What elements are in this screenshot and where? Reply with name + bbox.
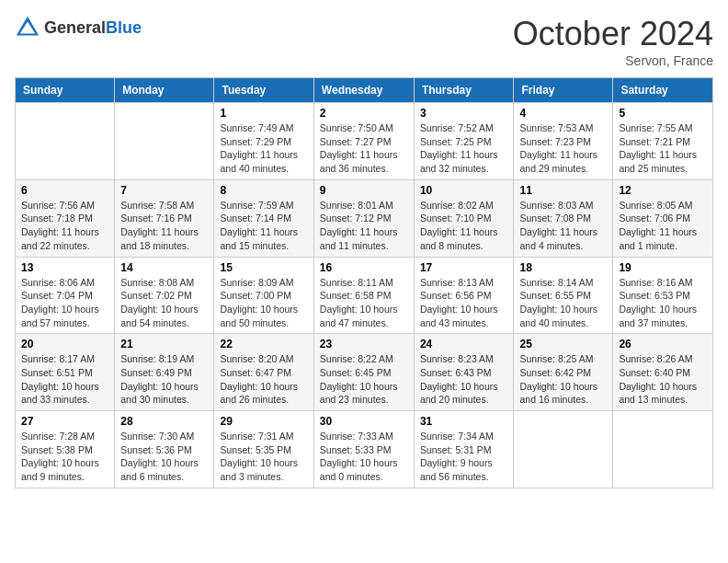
logo: GeneralBlue xyxy=(15,15,142,40)
day-info: Sunrise: 7:59 AM Sunset: 7:14 PM Dayligh… xyxy=(220,199,307,253)
day-info: Sunrise: 8:23 AM Sunset: 6:43 PM Dayligh… xyxy=(420,352,508,407)
calendar-cell xyxy=(115,103,214,180)
day-info: Sunrise: 8:05 AM Sunset: 7:06 PM Dayligh… xyxy=(619,199,707,253)
calendar-cell xyxy=(514,411,613,488)
day-number: 20 xyxy=(21,338,108,350)
calendar-cell: 2Sunrise: 7:50 AM Sunset: 7:27 PM Daylig… xyxy=(313,103,414,180)
day-info: Sunrise: 7:55 AM Sunset: 7:21 PM Dayligh… xyxy=(619,121,707,176)
day-number: 28 xyxy=(120,415,208,428)
day-number: 18 xyxy=(519,261,607,274)
day-number: 9 xyxy=(320,184,408,197)
calendar-cell: 15Sunrise: 8:09 AM Sunset: 7:00 PM Dayli… xyxy=(214,257,313,334)
day-number: 7 xyxy=(120,184,208,197)
logo-icon xyxy=(15,15,40,40)
calendar-cell: 6Sunrise: 7:56 AM Sunset: 7:18 PM Daylig… xyxy=(16,179,115,257)
day-number: 17 xyxy=(420,261,508,274)
calendar-cell: 20Sunrise: 8:17 AM Sunset: 6:51 PM Dayli… xyxy=(16,334,115,411)
calendar-cell: 1Sunrise: 7:49 AM Sunset: 7:29 PM Daylig… xyxy=(214,103,313,180)
day-number: 22 xyxy=(220,338,307,350)
calendar-cell: 31Sunrise: 7:34 AM Sunset: 5:31 PM Dayli… xyxy=(414,411,514,488)
day-info: Sunrise: 8:22 AM Sunset: 6:45 PM Dayligh… xyxy=(320,352,408,407)
week-row-3: 13Sunrise: 8:06 AM Sunset: 7:04 PM Dayli… xyxy=(16,257,713,334)
calendar-cell: 26Sunrise: 8:26 AM Sunset: 6:40 PM Dayli… xyxy=(613,334,713,411)
logo-text-blue: Blue xyxy=(106,18,142,37)
day-info: Sunrise: 8:19 AM Sunset: 6:49 PM Dayligh… xyxy=(120,352,208,407)
calendar-cell: 30Sunrise: 7:33 AM Sunset: 5:33 PM Dayli… xyxy=(313,411,414,488)
calendar-cell: 4Sunrise: 7:53 AM Sunset: 7:23 PM Daylig… xyxy=(514,103,613,180)
calendar-cell: 12Sunrise: 8:05 AM Sunset: 7:06 PM Dayli… xyxy=(613,179,713,257)
day-number: 2 xyxy=(320,107,408,120)
page-header: GeneralBlue October 2024 Servon, France xyxy=(15,15,713,68)
day-info: Sunrise: 8:17 AM Sunset: 6:51 PM Dayligh… xyxy=(21,352,108,407)
day-info: Sunrise: 8:13 AM Sunset: 6:56 PM Dayligh… xyxy=(420,276,508,330)
day-number: 23 xyxy=(320,338,408,350)
day-info: Sunrise: 8:01 AM Sunset: 7:12 PM Dayligh… xyxy=(320,199,408,253)
weekday-header-saturday: Saturday xyxy=(613,78,713,103)
week-row-4: 20Sunrise: 8:17 AM Sunset: 6:51 PM Dayli… xyxy=(16,334,713,411)
weekday-header-wednesday: Wednesday xyxy=(313,78,414,103)
calendar-cell: 13Sunrise: 8:06 AM Sunset: 7:04 PM Dayli… xyxy=(16,257,115,334)
weekday-header-tuesday: Tuesday xyxy=(214,78,313,103)
day-info: Sunrise: 7:31 AM Sunset: 5:35 PM Dayligh… xyxy=(220,430,307,484)
title-area: October 2024 Servon, France xyxy=(513,15,713,68)
day-number: 1 xyxy=(220,107,307,120)
day-number: 29 xyxy=(220,415,307,428)
day-info: Sunrise: 7:56 AM Sunset: 7:18 PM Dayligh… xyxy=(21,199,108,253)
week-row-5: 27Sunrise: 7:28 AM Sunset: 5:38 PM Dayli… xyxy=(16,411,713,488)
day-info: Sunrise: 7:28 AM Sunset: 5:38 PM Dayligh… xyxy=(21,430,108,484)
day-number: 25 xyxy=(519,338,607,350)
day-number: 31 xyxy=(420,415,508,428)
calendar-cell: 11Sunrise: 8:03 AM Sunset: 7:08 PM Dayli… xyxy=(514,179,613,257)
day-info: Sunrise: 7:34 AM Sunset: 5:31 PM Dayligh… xyxy=(420,430,508,484)
day-info: Sunrise: 8:26 AM Sunset: 6:40 PM Dayligh… xyxy=(619,352,707,407)
calendar-cell: 22Sunrise: 8:20 AM Sunset: 6:47 PM Dayli… xyxy=(214,334,313,411)
day-info: Sunrise: 7:50 AM Sunset: 7:27 PM Dayligh… xyxy=(320,121,408,176)
day-info: Sunrise: 8:02 AM Sunset: 7:10 PM Dayligh… xyxy=(420,199,508,253)
weekday-header-row: SundayMondayTuesdayWednesdayThursdayFrid… xyxy=(16,78,713,103)
week-row-1: 1Sunrise: 7:49 AM Sunset: 7:29 PM Daylig… xyxy=(16,103,713,180)
day-info: Sunrise: 8:16 AM Sunset: 6:53 PM Dayligh… xyxy=(619,276,707,330)
calendar-cell xyxy=(16,103,115,180)
calendar-cell: 10Sunrise: 8:02 AM Sunset: 7:10 PM Dayli… xyxy=(414,179,514,257)
calendar-cell: 14Sunrise: 8:08 AM Sunset: 7:02 PM Dayli… xyxy=(115,257,214,334)
calendar-cell: 28Sunrise: 7:30 AM Sunset: 5:36 PM Dayli… xyxy=(115,411,214,488)
day-info: Sunrise: 8:25 AM Sunset: 6:42 PM Dayligh… xyxy=(519,352,607,407)
calendar-cell: 18Sunrise: 8:14 AM Sunset: 6:55 PM Dayli… xyxy=(514,257,613,334)
day-info: Sunrise: 8:09 AM Sunset: 7:00 PM Dayligh… xyxy=(220,276,307,330)
calendar-cell: 3Sunrise: 7:52 AM Sunset: 7:25 PM Daylig… xyxy=(414,103,514,180)
calendar-cell: 19Sunrise: 8:16 AM Sunset: 6:53 PM Dayli… xyxy=(613,257,713,334)
day-number: 16 xyxy=(320,261,408,274)
day-number: 26 xyxy=(619,338,707,350)
calendar-cell: 5Sunrise: 7:55 AM Sunset: 7:21 PM Daylig… xyxy=(613,103,713,180)
day-info: Sunrise: 8:06 AM Sunset: 7:04 PM Dayligh… xyxy=(21,276,108,330)
weekday-header-thursday: Thursday xyxy=(414,78,514,103)
day-number: 19 xyxy=(619,261,707,274)
day-number: 8 xyxy=(220,184,307,197)
day-number: 3 xyxy=(420,107,508,120)
weekday-header-friday: Friday xyxy=(514,78,613,103)
day-info: Sunrise: 7:52 AM Sunset: 7:25 PM Dayligh… xyxy=(420,121,508,176)
day-number: 5 xyxy=(619,107,707,120)
day-info: Sunrise: 8:14 AM Sunset: 6:55 PM Dayligh… xyxy=(519,276,607,330)
logo-text-general: General xyxy=(44,18,106,37)
month-title: October 2024 xyxy=(513,15,713,53)
day-number: 24 xyxy=(420,338,508,350)
day-number: 13 xyxy=(21,261,108,274)
day-info: Sunrise: 8:20 AM Sunset: 6:47 PM Dayligh… xyxy=(220,352,307,407)
day-number: 27 xyxy=(21,415,108,428)
location-subtitle: Servon, France xyxy=(513,53,713,68)
day-info: Sunrise: 8:11 AM Sunset: 6:58 PM Dayligh… xyxy=(320,276,408,330)
calendar-cell: 27Sunrise: 7:28 AM Sunset: 5:38 PM Dayli… xyxy=(16,411,115,488)
day-number: 6 xyxy=(21,184,108,197)
week-row-2: 6Sunrise: 7:56 AM Sunset: 7:18 PM Daylig… xyxy=(16,179,713,257)
day-number: 4 xyxy=(519,107,607,120)
calendar-cell: 7Sunrise: 7:58 AM Sunset: 7:16 PM Daylig… xyxy=(115,179,214,257)
day-number: 11 xyxy=(519,184,607,197)
day-number: 10 xyxy=(420,184,508,197)
day-info: Sunrise: 7:49 AM Sunset: 7:29 PM Dayligh… xyxy=(220,121,307,176)
calendar-cell: 16Sunrise: 8:11 AM Sunset: 6:58 PM Dayli… xyxy=(313,257,414,334)
calendar-cell: 24Sunrise: 8:23 AM Sunset: 6:43 PM Dayli… xyxy=(414,334,514,411)
calendar-cell: 23Sunrise: 8:22 AM Sunset: 6:45 PM Dayli… xyxy=(313,334,414,411)
weekday-header-sunday: Sunday xyxy=(16,78,115,103)
day-info: Sunrise: 7:58 AM Sunset: 7:16 PM Dayligh… xyxy=(120,199,208,253)
